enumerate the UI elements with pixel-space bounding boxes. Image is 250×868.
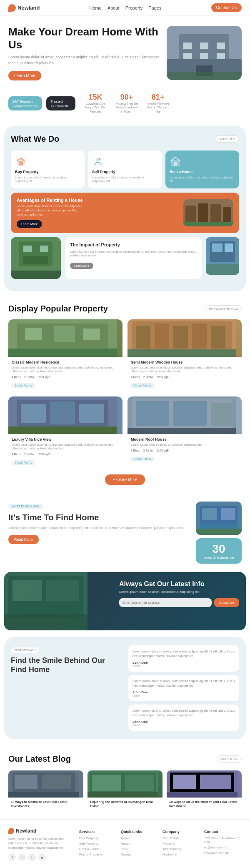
property-grid: Classic Modern Residence Lorem ipsum dol… bbox=[8, 319, 242, 469]
testimonials-left: TESTIMONIALS Find the Smile Behind Our F… bbox=[11, 645, 122, 731]
quicklinks-col-title: Quick Links bbox=[121, 830, 158, 834]
footer-link-rent[interactable]: Rent a House bbox=[79, 847, 117, 851]
footer-links: Services Buy Property Sell Property Rent… bbox=[79, 830, 242, 858]
contact-button[interactable]: Contact Us bbox=[211, 3, 242, 12]
footer-top: Newland Lorem ipsum dolor sit amet, cons… bbox=[8, 828, 242, 861]
svg-rect-62 bbox=[221, 508, 235, 520]
type-badge-2: Single Family bbox=[131, 383, 154, 388]
footer-link-tour[interactable]: Tour bbox=[121, 847, 158, 851]
testimonials-right: Lorem ipsum dolor sit amet, consectetur … bbox=[128, 645, 239, 731]
property-meta-3: 4 Beds 2 Baths 1200 sqFt bbox=[12, 453, 119, 456]
sell-property-card: Sell Property Lorem ipsum dolor sit amet… bbox=[88, 151, 162, 189]
property-card-2: Semi Modern Wooden House Lorem ipsum dol… bbox=[128, 319, 242, 391]
nav-pages[interactable]: Pages bbox=[148, 5, 161, 10]
testimonial-role-2: Client bbox=[132, 694, 235, 697]
testimonial-card-2: Lorem ipsum dolor sit amet, consectetur … bbox=[128, 675, 239, 701]
property-info-1: Classic Modern Residence Lorem ipsum dol… bbox=[8, 357, 122, 391]
footer-link-sell[interactable]: Sell Property bbox=[79, 842, 117, 845]
rent-banner-desc: Lorem ipsum dolor sit amet, consectetur … bbox=[17, 204, 83, 216]
property-card-4: Modern Roof House Lorem ipsum dolor sit … bbox=[128, 396, 242, 469]
sell-property-name: Sell Property bbox=[92, 170, 158, 174]
footer-link-buy[interactable]: Buy Property bbox=[79, 836, 117, 840]
latest-form: Subscribe bbox=[119, 598, 239, 607]
footer-col-contact: Contact 123 Street, Apartment 5, City ex… bbox=[204, 830, 242, 858]
property-image-2 bbox=[128, 319, 242, 357]
svg-rect-69 bbox=[4, 614, 88, 630]
svg-rect-37 bbox=[83, 329, 100, 340]
svg-rect-61 bbox=[202, 508, 217, 520]
nav-logo[interactable]: Newland bbox=[8, 4, 40, 12]
footer-brand-name: Newland bbox=[8, 828, 75, 834]
popular-property-header: Display Popular Property POPULAR HOMES bbox=[8, 304, 242, 314]
trusted-title: Trusted bbox=[50, 100, 71, 103]
hero-button[interactable]: Learn More bbox=[8, 71, 41, 80]
svg-rect-50 bbox=[50, 401, 75, 424]
google-icon[interactable]: g bbox=[38, 853, 46, 861]
property-card-1: Classic Modern Residence Lorem ipsum dol… bbox=[8, 319, 122, 391]
svg-rect-31 bbox=[225, 243, 233, 252]
footer-link-marketing[interactable]: Marketing bbox=[162, 853, 200, 856]
subscribe-button[interactable]: Subscribe bbox=[214, 598, 239, 607]
svg-rect-41 bbox=[136, 326, 150, 349]
svg-rect-30 bbox=[212, 243, 222, 252]
svg-rect-57 bbox=[211, 403, 232, 426]
svg-rect-26 bbox=[23, 256, 48, 264]
svg-rect-18 bbox=[198, 203, 208, 224]
explore-button[interactable]: Explore More bbox=[105, 474, 145, 485]
svg-rect-15 bbox=[174, 162, 177, 166]
footer-col-services: Services Buy Property Sell Property Rent… bbox=[79, 830, 117, 858]
footer-link-contact[interactable]: Contact bbox=[121, 853, 158, 856]
blog-post-title-1: 10 Ways to Maximize Your Real Estate Inv… bbox=[11, 800, 81, 808]
its-time-button[interactable]: Read More bbox=[8, 535, 39, 544]
svg-rect-74 bbox=[8, 792, 79, 798]
rent-banner-button[interactable]: Learn More bbox=[17, 220, 42, 228]
nav-about[interactable]: About bbox=[108, 5, 120, 10]
linkedin-icon[interactable]: in bbox=[28, 853, 36, 861]
blog-card-2[interactable]: Exploring the Benefits of Investing in R… bbox=[88, 770, 162, 811]
twitter-icon[interactable]: t bbox=[18, 853, 26, 861]
footer-phone[interactable]: (+01)234 567 89 bbox=[204, 851, 242, 855]
svg-rect-27 bbox=[11, 271, 61, 279]
footer-link-about[interactable]: About bbox=[121, 842, 158, 845]
svg-rect-24 bbox=[23, 246, 32, 252]
impact-row: The Impact of Property Lorem ipsum dolor… bbox=[11, 237, 239, 279]
footer-link-testimonials[interactable]: Testimonials bbox=[162, 847, 200, 851]
hero-title: Make Your Dream Home With Us bbox=[8, 25, 161, 51]
svg-rect-19 bbox=[210, 204, 221, 224]
type-badge-3: Single Family bbox=[12, 460, 35, 465]
nav-home[interactable]: Home bbox=[90, 5, 102, 10]
rent-banner-title: Avantages of Renting a House bbox=[17, 198, 83, 203]
impact-button[interactable]: Learn More bbox=[70, 263, 93, 269]
svg-rect-67 bbox=[12, 580, 42, 601]
footer-email[interactable]: ex@domain.com bbox=[204, 845, 242, 849]
property-image-4 bbox=[128, 396, 242, 434]
buy-property-card: Buy Property Lorem ipsum dolor sit amet,… bbox=[11, 151, 85, 189]
experience-number: 30 bbox=[200, 542, 238, 556]
svg-rect-8 bbox=[217, 53, 225, 59]
svg-rect-4 bbox=[200, 43, 208, 49]
footer-link-home[interactable]: Home bbox=[121, 836, 158, 840]
svg-rect-46 bbox=[128, 349, 236, 357]
blog-info-3: 10 Ways to Make the Most of Your Real Es… bbox=[167, 798, 242, 811]
its-time-image bbox=[196, 502, 242, 535]
svg-rect-78 bbox=[125, 775, 154, 791]
svg-rect-58 bbox=[128, 428, 236, 434]
email-input[interactable] bbox=[119, 598, 212, 607]
facebook-icon[interactable]: f bbox=[8, 853, 16, 861]
testimonial-card-3: Lorem ipsum dolor sit amet, consectetur … bbox=[128, 705, 239, 731]
blog-card-1[interactable]: 10 Ways to Maximize Your Real Estate Inv… bbox=[8, 770, 83, 811]
svg-rect-25 bbox=[40, 246, 48, 252]
rent-banner: Avantages of Renting a House Lorem ipsum… bbox=[11, 193, 239, 233]
blog-post-title-2: Exploring the Benefits of Investing in R… bbox=[90, 800, 160, 808]
footer-link-realestate[interactable]: Real Estate bbox=[162, 836, 200, 840]
blog-card-3[interactable]: 10 Ways to Make the Most of Your Real Es… bbox=[167, 770, 242, 811]
impact-desc: Lorem ipsum dolor sit amet, consectetur … bbox=[70, 250, 197, 258]
baths-3: 2 Baths bbox=[24, 453, 34, 456]
svg-rect-82 bbox=[173, 775, 196, 789]
popular-badge: POPULAR HOMES bbox=[205, 305, 242, 312]
footer-link-find[interactable]: Find a Property bbox=[79, 853, 117, 856]
nav-property[interactable]: Property bbox=[125, 5, 143, 10]
testimonial-card-1: Lorem ipsum dolor sit amet, consectetur … bbox=[128, 645, 239, 672]
footer-link-property[interactable]: Property bbox=[162, 842, 200, 845]
property-desc-1: Lorem ipsum dolor sit amet, consectetur … bbox=[12, 366, 119, 373]
